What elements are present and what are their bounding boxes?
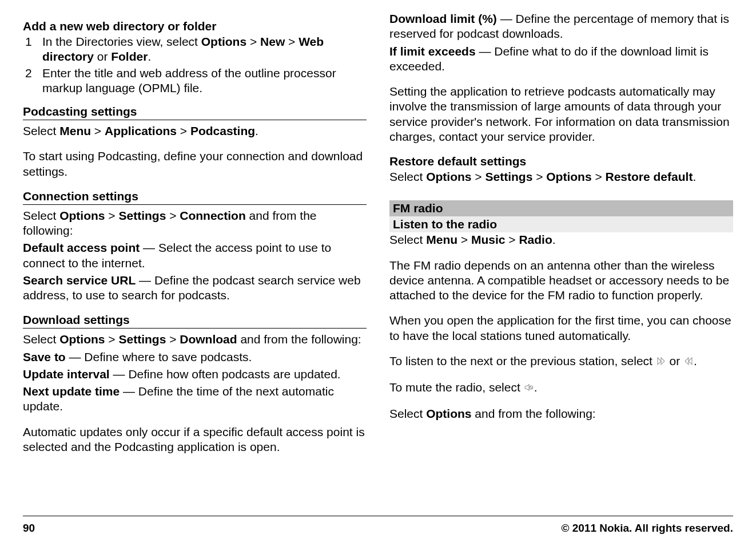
separator: > xyxy=(91,124,105,137)
separator: > xyxy=(457,233,471,246)
connection-settings-heading: Connection settings xyxy=(23,189,367,205)
paragraph: The FM radio depends on an antenna other… xyxy=(389,258,733,303)
menu-path-item: Options xyxy=(426,407,471,420)
paragraph: Automatic updates only occur if a specif… xyxy=(23,425,367,455)
list-number: 1 xyxy=(25,34,42,65)
menu-path-item: Restore default xyxy=(606,170,693,183)
text: and from the following: xyxy=(237,333,361,346)
paragraph: Select Options > Settings > Connection a… xyxy=(23,208,367,239)
numbered-list: 1 In the Directories view, select Option… xyxy=(25,34,367,97)
setting-label: Update interval xyxy=(23,367,110,381)
separator: > xyxy=(472,170,486,183)
text: . xyxy=(148,50,151,63)
menu-path-item: Options xyxy=(546,170,591,183)
paragraph: To start using Podcasting, define your c… xyxy=(23,149,367,179)
paragraph: Select Options > Settings > Download and… xyxy=(23,332,367,347)
setting-label: Download limit (%) xyxy=(389,12,497,25)
menu-path-item: Menu xyxy=(59,124,91,137)
setting-label: Next update time xyxy=(23,385,120,398)
list-body: In the Directories view, select Options … xyxy=(42,34,367,65)
paragraph: Setting the application to retrieve podc… xyxy=(389,84,733,144)
list-item: 2 Enter the title and web address of the… xyxy=(25,66,367,96)
copyright-text: © 2011 Nokia. All rights reserved. xyxy=(561,522,733,535)
setting-text: — Define how often podcasts are updated. xyxy=(110,367,341,381)
mute-speaker-icon xyxy=(524,381,534,396)
separator: > xyxy=(532,170,546,183)
menu-path-item: Download xyxy=(180,333,237,346)
download-settings-heading: Download settings xyxy=(23,313,367,329)
text: or xyxy=(94,50,111,63)
page-number: 90 xyxy=(23,522,35,535)
paragraph: When you open the application for the fi… xyxy=(389,313,733,343)
setting-item: Save to — Define where to save podcasts. xyxy=(23,350,367,365)
skip-backward-icon xyxy=(683,355,694,370)
text: Select xyxy=(23,124,59,137)
text: . xyxy=(255,124,258,137)
menu-path-item: Folder xyxy=(111,50,148,63)
setting-item: Next update time — Define the time of th… xyxy=(23,384,367,414)
setting-label: Save to xyxy=(23,350,66,363)
paragraph: Select Options and from the following: xyxy=(389,406,733,421)
text: . xyxy=(552,233,556,246)
text: In the Directories view, select xyxy=(42,35,201,48)
paragraph: To mute the radio, select . xyxy=(389,380,733,396)
left-column: Add a new web directory or folder 1 In t… xyxy=(23,11,367,510)
list-body: Enter the title and web address of the o… xyxy=(42,66,367,96)
menu-path-item: Applications xyxy=(105,124,177,137)
setting-item: If limit exceeds — Define what to do if … xyxy=(389,44,733,74)
paragraph: Select Menu > Music > Radio. xyxy=(389,232,733,247)
menu-path-item: Music xyxy=(471,233,506,246)
page-footer: 90 © 2011 Nokia. All rights reserved. xyxy=(23,516,733,546)
menu-path-item: Settings xyxy=(485,170,532,183)
svg-line-1 xyxy=(530,386,532,389)
separator: > xyxy=(505,233,519,246)
menu-path-item: Settings xyxy=(118,333,166,346)
add-web-directory-heading: Add a new web directory or folder xyxy=(23,19,367,33)
menu-path-item: Radio xyxy=(519,233,552,246)
menu-path-item: Options xyxy=(59,333,105,346)
text: and from the following: xyxy=(472,407,596,420)
menu-path-item: New xyxy=(260,35,285,48)
separator: > xyxy=(285,35,299,48)
right-column: Download limit (%) — Define the percenta… xyxy=(389,11,733,510)
text: Select xyxy=(23,333,59,346)
fm-radio-section-heading: FM radio xyxy=(389,200,733,216)
setting-item: Download limit (%) — Define the percenta… xyxy=(389,11,733,42)
text: Select xyxy=(389,170,426,183)
setting-item: Search service URL — Define the podcast … xyxy=(23,273,367,303)
listen-to-radio-heading: Listen to the radio xyxy=(389,216,733,232)
separator: > xyxy=(166,209,180,222)
paragraph: To listen to the next or the previous st… xyxy=(389,354,733,370)
setting-label: Search service URL xyxy=(23,274,136,287)
list-item: 1 In the Directories view, select Option… xyxy=(25,34,367,65)
text: Select xyxy=(389,407,426,420)
list-number: 2 xyxy=(25,66,42,96)
menu-path-item: Options xyxy=(59,209,105,222)
text: To mute the radio, select xyxy=(389,381,524,394)
podcasting-settings-heading: Podcasting settings xyxy=(23,105,367,120)
menu-path-item: Options xyxy=(201,35,246,48)
menu-path-item: Options xyxy=(426,170,471,183)
text: Select xyxy=(389,233,426,246)
text: . xyxy=(534,381,538,394)
separator: > xyxy=(177,124,190,137)
separator: > xyxy=(105,333,119,346)
setting-item: Default access point — Select the access… xyxy=(23,240,367,271)
separator: > xyxy=(246,35,260,48)
text: . xyxy=(693,170,696,183)
text: Select xyxy=(23,209,59,222)
text: To listen to the next or the previous st… xyxy=(389,354,656,367)
paragraph: Select Options > Settings > Options > Re… xyxy=(389,169,733,184)
menu-path-item: Settings xyxy=(118,209,166,222)
setting-label: If limit exceeds xyxy=(389,45,476,58)
menu-path-item: Menu xyxy=(426,233,457,246)
setting-label: Default access point xyxy=(23,241,140,254)
menu-path-item: Podcasting xyxy=(190,124,255,137)
menu-path-item: Connection xyxy=(180,209,246,222)
setting-item: Update interval — Define how often podca… xyxy=(23,367,367,382)
skip-forward-icon xyxy=(656,355,666,370)
text: . xyxy=(694,354,697,367)
separator: > xyxy=(166,333,180,346)
restore-default-heading: Restore default settings xyxy=(389,155,733,168)
paragraph: Select Menu > Applications > Podcasting. xyxy=(23,124,367,139)
